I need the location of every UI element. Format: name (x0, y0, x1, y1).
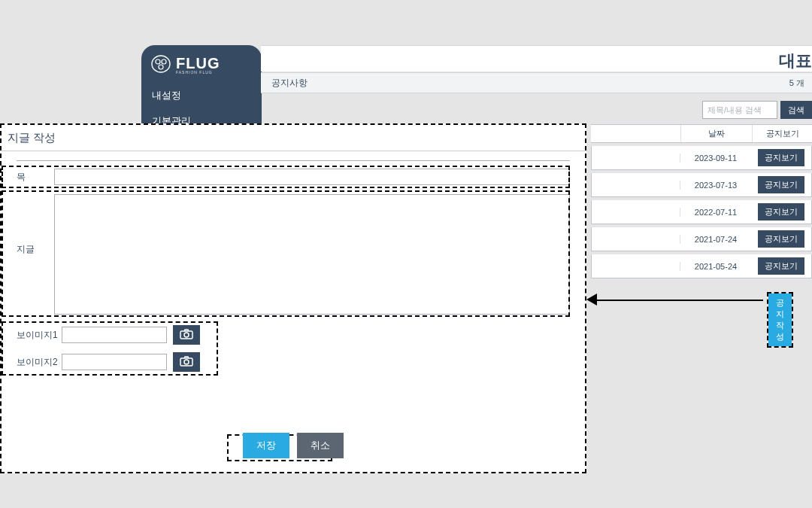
search-bar: 검색 (591, 98, 812, 122)
row-date: 2023-07-13 (680, 181, 751, 190)
list-row: 2022-07-11 공지보기 (591, 200, 812, 224)
camera-icon (180, 356, 193, 369)
view-notice-button[interactable]: 공지보기 (758, 230, 804, 248)
camera-icon (180, 329, 193, 342)
brand-logo: FLUG FASHION FLUG (141, 45, 262, 83)
view-notice-button[interactable]: 공지보기 (758, 149, 804, 166)
cancel-button[interactable]: 취소 (297, 433, 344, 458)
brand-logo-icon (150, 53, 171, 77)
col-date: 날짜 (680, 125, 752, 142)
annotation-arrow-line (594, 300, 763, 301)
write-modal: 지글 작성 목 지글 보이미지1 보이미지2 (0, 123, 586, 473)
svg-point-2 (162, 59, 166, 64)
col-view: 공지보기 (752, 125, 812, 142)
brand-name: FLUG (176, 56, 220, 71)
search-button[interactable]: 검색 (780, 101, 812, 119)
svg-point-0 (152, 56, 170, 72)
page-subheader: 공지사항 5 개 (261, 72, 812, 93)
view-notice-button[interactable]: 공지보기 (758, 257, 804, 275)
subject-input[interactable] (54, 169, 570, 185)
content-input[interactable] (54, 194, 570, 315)
save-button[interactable]: 저장 (243, 433, 289, 458)
view-notice-button[interactable]: 공지보기 (758, 176, 804, 193)
list-row: 2023-07-13 공지보기 (591, 173, 812, 197)
brand-tagline: FASHION FLUG (176, 71, 220, 75)
image1-label: 보이미지1 (17, 329, 62, 342)
image2-label: 보이미지2 (17, 356, 62, 369)
image2-input[interactable] (62, 354, 167, 370)
write-button-highlight: 공지작성 (767, 292, 793, 348)
subject-label: 목 (17, 171, 54, 184)
row-date: 2021-05-24 (680, 262, 751, 271)
list-row: 2021-07-24 공지보기 (591, 227, 812, 251)
page-title: 공지사항 (271, 77, 308, 90)
search-input[interactable] (702, 101, 777, 119)
view-notice-button[interactable]: 공지보기 (758, 203, 804, 221)
annotation-arrow-head (586, 294, 597, 306)
image1-input[interactable] (62, 327, 167, 343)
list-header: 날짜 공지보기 (591, 124, 812, 143)
row-date: 2021-07-24 (680, 235, 751, 244)
modal-footer: 저장 취소 (2, 433, 585, 458)
row-date: 2022-07-11 (680, 208, 751, 217)
modal-title: 지글 작성 (8, 131, 56, 145)
svg-point-5 (184, 333, 189, 337)
row-date: 2023-09-11 (680, 154, 751, 163)
sidebar: FLUG FASHION FLUG 내설정 기본관리 (141, 45, 262, 134)
svg-point-7 (184, 360, 189, 364)
list-row: 2021-05-24 공지보기 (591, 254, 812, 278)
image2-upload-button[interactable] (173, 352, 200, 372)
content-label: 지글 (17, 194, 54, 315)
image1-upload-button[interactable] (173, 325, 200, 345)
list-row: 2023-09-11 공지보기 (591, 146, 812, 170)
sidebar-item-settings[interactable]: 내설정 (141, 83, 262, 108)
write-notice-button[interactable]: 공지작성 (768, 294, 792, 346)
header-title: 대표 (779, 50, 812, 72)
svg-point-1 (156, 59, 160, 64)
item-count: 5 개 (789, 78, 804, 89)
notice-list: 날짜 공지보기 2023-09-11 공지보기 2023-07-13 공지보기 … (591, 124, 812, 278)
header-bar: 대표 (261, 45, 812, 71)
svg-point-3 (159, 65, 163, 69)
